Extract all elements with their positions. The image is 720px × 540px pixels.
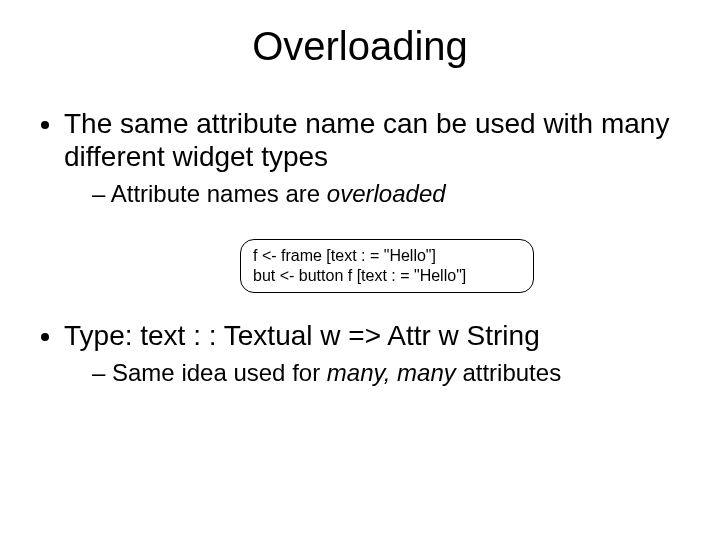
bullet-2-sub-pre: Same idea used for — [112, 359, 327, 386]
bullet-2-sub-post: attributes — [456, 359, 561, 386]
code-line-2: but <- button f [text : = "Hello"] — [253, 266, 521, 286]
slide-content: The same attribute name can be used with… — [0, 107, 720, 388]
bullet-2: Type: text : : Textual w => Attr w Strin… — [64, 319, 680, 388]
slide: Overloading The same attribute name can … — [0, 0, 720, 540]
bullet-2-sub: Same idea used for many, many attributes — [92, 358, 680, 388]
bullet-2-sublist: Same idea used for many, many attributes — [64, 358, 680, 388]
bullet-list: The same attribute name can be used with… — [20, 107, 680, 209]
code-example-box: f <- frame [text : = "Hello"] but <- but… — [240, 239, 534, 293]
bullet-1-sub: Attribute names are overloaded — [92, 179, 680, 209]
bullet-2-sub-em: many, many — [327, 359, 456, 386]
bullet-1-sub-pre: Attribute names are — [111, 180, 327, 207]
bullet-list-2: Type: text : : Textual w => Attr w Strin… — [20, 319, 680, 388]
code-line-1: f <- frame [text : = "Hello"] — [253, 246, 521, 266]
bullet-1-sub-em: overloaded — [327, 180, 446, 207]
bullet-2-text: Type: text : : Textual w => Attr w Strin… — [64, 320, 540, 351]
bullet-1-sublist: Attribute names are overloaded — [64, 179, 680, 209]
bullet-1-text: The same attribute name can be used with… — [64, 108, 669, 172]
slide-title: Overloading — [0, 0, 720, 81]
bullet-1: The same attribute name can be used with… — [64, 107, 680, 209]
